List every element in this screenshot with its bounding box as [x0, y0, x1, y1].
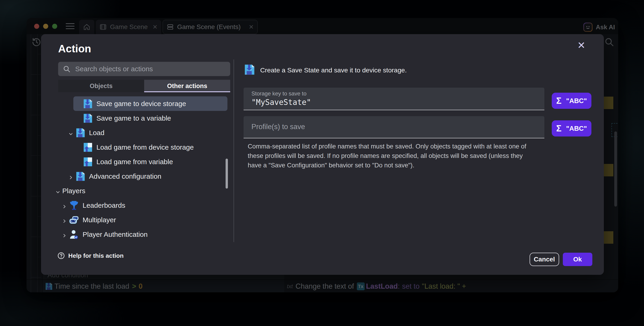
tree-item[interactable]: Multiplayer [55, 213, 233, 227]
ok-button[interactable]: Ok [563, 253, 592, 266]
expression-abc-label: "ABC" [566, 125, 587, 132]
cancel-button[interactable]: Cancel [530, 253, 559, 266]
tree-item-label: Multiplayer [82, 216, 116, 224]
tree-item[interactable]: Advanced configuration [55, 169, 233, 184]
tree-item-label: Load game from device storage [96, 143, 194, 151]
help-icon [57, 252, 65, 260]
tree-item-label: Load [89, 129, 104, 137]
help-label: Help for this action [68, 252, 124, 259]
close-dialog-icon[interactable]: ✕ [577, 40, 586, 50]
gamepad-icon [69, 215, 79, 225]
tree-item-label: Advanced configuration [89, 172, 162, 180]
action-tree: Save game to device storageSave game to … [55, 96, 233, 243]
tab-objects[interactable]: Objects [58, 80, 144, 92]
load-icon [82, 157, 93, 167]
tree-item-label: Players [62, 187, 85, 195]
sigma-icon: Σ [556, 96, 562, 106]
list-scrollbar[interactable] [226, 159, 228, 189]
search-icon [63, 65, 70, 73]
save-icon [244, 64, 256, 76]
chevron-right-icon [68, 174, 73, 179]
expression-abc-label: "ABC" [566, 97, 587, 105]
search-box [58, 62, 230, 76]
chevron-right-icon [62, 217, 67, 223]
tree-item[interactable]: Load game from device storage [55, 140, 233, 154]
tree-item[interactable]: Leaderboards [55, 198, 233, 213]
tree-item-label: Save game to device storage [96, 100, 186, 108]
save-icon [82, 98, 93, 109]
tree-item[interactable]: Load game from variable [55, 154, 233, 169]
tree-item[interactable]: Save game to device storage [73, 96, 228, 111]
chevron-right-icon [62, 232, 67, 237]
tree-item-label: Player Authentication [82, 231, 148, 238]
screen: Game Scene ✕ Game Scene (Events) ✕ Ask A… [0, 0, 644, 326]
search-input[interactable] [75, 65, 226, 73]
tree-item[interactable]: Players [55, 184, 233, 198]
action-dialog: Action ✕ Objects Other actions Save game… [41, 34, 604, 275]
chevron-down-icon [68, 130, 73, 135]
picker-tabs: Objects Other actions [58, 80, 230, 92]
field-value: "MySaveState" [252, 98, 311, 107]
panel-divider [234, 59, 234, 242]
field-helper-text: Comma-separated list of profile names th… [248, 142, 536, 170]
save-icon [82, 113, 93, 124]
field-label: Storage key to save to [252, 90, 306, 97]
chevron-right-icon [62, 203, 67, 208]
tree-item[interactable]: Player Authentication [55, 227, 233, 242]
sigma-icon: Σ [556, 124, 562, 133]
storage-key-field[interactable]: Storage key to save to "MySaveState" [244, 88, 544, 110]
save-icon [75, 127, 86, 138]
load-icon [82, 142, 93, 153]
tree-item-label: Save game to a variable [96, 114, 171, 122]
profiles-field[interactable]: Profile(s) to save [244, 116, 544, 138]
expression-editor-button[interactable]: Σ "ABC" [552, 93, 592, 109]
chevron-down-icon [55, 188, 60, 193]
tree-item[interactable]: Load [55, 125, 233, 140]
tree-item[interactable]: Save game to a variable [55, 111, 233, 125]
field-label: Profile(s) to save [252, 123, 305, 131]
help-for-action-link[interactable]: Help for this action [57, 252, 124, 260]
tree-item-label: Leaderboards [82, 202, 125, 209]
save-icon [75, 171, 86, 182]
expression-editor-button[interactable]: Σ "ABC" [552, 120, 592, 136]
dialog-title: Action [58, 42, 91, 55]
person-icon [69, 229, 79, 240]
tab-other-actions[interactable]: Other actions [144, 80, 230, 92]
tree-item-label: Load game from variable [96, 158, 173, 166]
action-description: Create a Save State and save it to devic… [260, 66, 407, 74]
trophy-icon [69, 200, 79, 211]
